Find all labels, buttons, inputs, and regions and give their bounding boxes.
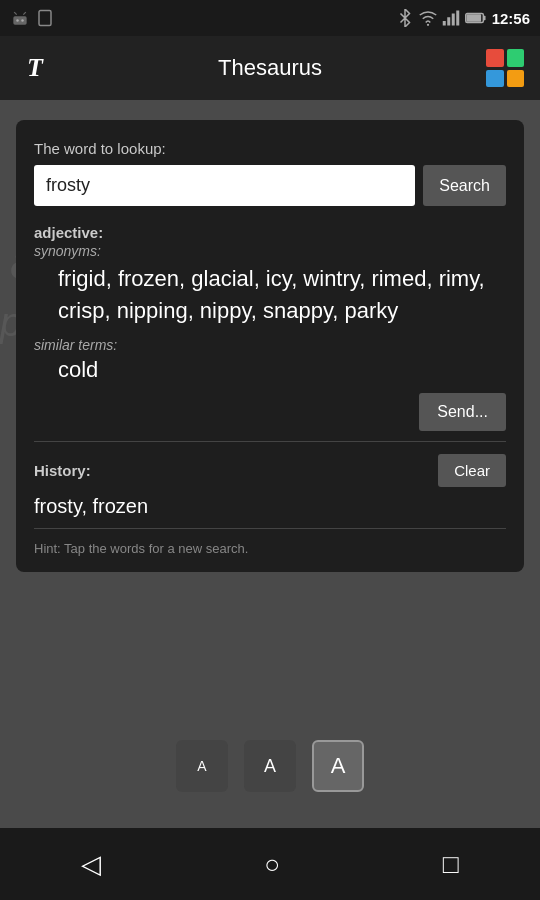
grid-cell-blue [486, 70, 504, 88]
font-size-large-button[interactable]: A [312, 740, 364, 792]
status-icons-right: 12:56 [396, 9, 530, 27]
svg-rect-13 [466, 14, 481, 21]
status-icons-left [10, 8, 54, 28]
lookup-label: The word to lookup: [34, 140, 506, 157]
svg-point-6 [427, 24, 429, 26]
recent-button[interactable]: □ [443, 849, 459, 880]
battery-icon [465, 11, 487, 25]
send-row: Send... [34, 393, 506, 431]
clear-button[interactable]: Clear [438, 454, 506, 487]
divider-2 [34, 528, 506, 529]
svg-rect-12 [483, 16, 485, 20]
svg-rect-0 [13, 16, 26, 24]
back-button[interactable]: ◁ [81, 849, 101, 880]
phone-icon [36, 9, 54, 27]
divider [34, 441, 506, 442]
svg-rect-7 [442, 21, 445, 26]
grid-cell-orange [507, 70, 525, 88]
grid-cell-red [486, 49, 504, 67]
wifi-icon [419, 9, 437, 27]
font-size-medium-label: A [264, 756, 276, 777]
grid-icon[interactable] [486, 49, 524, 87]
result-section: adjective: synonyms: frigid, frozen, gla… [34, 224, 506, 383]
similar-label: similar terms: [34, 337, 506, 353]
home-button[interactable]: ○ [264, 849, 280, 880]
android-icon [10, 8, 30, 28]
app-logo: T [16, 49, 54, 87]
search-row: Search [34, 165, 506, 206]
status-bar: 12:56 [0, 0, 540, 36]
svg-rect-5 [39, 11, 51, 26]
svg-rect-9 [451, 14, 454, 26]
font-size-medium-button[interactable]: A [244, 740, 296, 792]
similar-text: cold [58, 357, 506, 383]
svg-rect-8 [447, 17, 450, 25]
grid-cell-green [507, 49, 525, 67]
svg-point-1 [16, 19, 19, 22]
font-size-small-button[interactable]: A [176, 740, 228, 792]
history-label: History: [34, 462, 91, 479]
history-text[interactable]: frosty, frozen [34, 495, 506, 518]
top-bar: T Thesaurus [0, 36, 540, 100]
svg-line-3 [14, 12, 17, 15]
search-input[interactable] [34, 165, 415, 206]
pos-label: adjective: [34, 224, 506, 241]
hint-text: Hint: Tap the words for a new search. [34, 541, 506, 556]
send-button[interactable]: Send... [419, 393, 506, 431]
font-size-small-label: A [197, 758, 206, 774]
main-card: The word to lookup: Search adjective: sy… [16, 120, 524, 572]
synonyms-text: frigid, frozen, glacial, icy, wintry, ri… [58, 263, 506, 327]
bluetooth-icon [396, 9, 414, 27]
status-time: 12:56 [492, 10, 530, 27]
svg-rect-10 [456, 11, 459, 26]
nav-bar: ◁ ○ □ [0, 828, 540, 900]
history-row: History: Clear [34, 454, 506, 487]
logo-t-icon: T [27, 53, 43, 83]
font-size-row: A A A [0, 740, 540, 792]
font-size-large-label: A [331, 753, 346, 779]
svg-line-4 [23, 12, 26, 15]
svg-point-2 [21, 19, 24, 22]
app-title: Thesaurus [54, 55, 486, 81]
search-button[interactable]: Search [423, 165, 506, 206]
signal-icon [442, 9, 460, 27]
synonyms-sub-label: synonyms: [34, 243, 506, 259]
